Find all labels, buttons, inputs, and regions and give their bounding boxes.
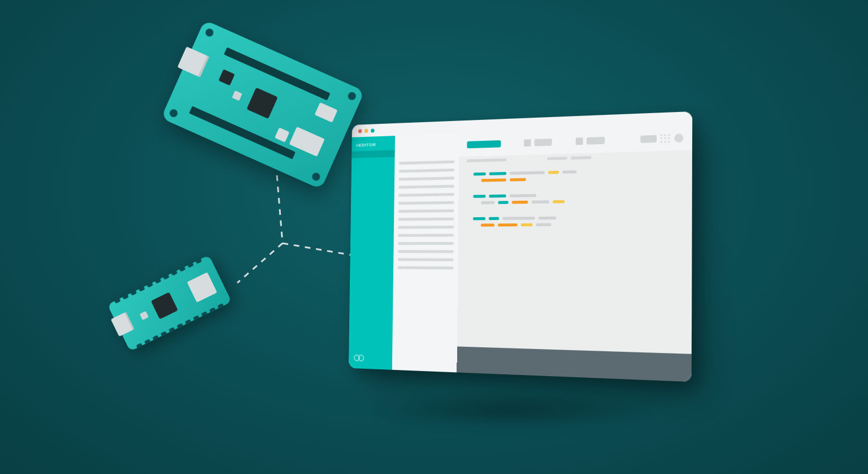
- component-icon: [315, 102, 338, 123]
- component-icon: [140, 311, 149, 320]
- file-list-item[interactable]: [398, 250, 453, 253]
- grid-menu-icon[interactable]: [661, 134, 671, 143]
- component-icon: [275, 127, 289, 142]
- usb-port-icon: [111, 312, 134, 337]
- editor-window-perspective: >EDITOR: [350, 124, 684, 368]
- close-icon[interactable]: [358, 129, 362, 133]
- code-block: [473, 216, 675, 227]
- sidebar-label: >EDITOR: [351, 136, 395, 152]
- avatar-icon[interactable]: [674, 133, 683, 143]
- file-list-item[interactable]: [399, 193, 454, 197]
- component-icon: [187, 272, 217, 302]
- file-list-item[interactable]: [399, 169, 454, 173]
- file-list-item[interactable]: [398, 234, 454, 236]
- file-list-item[interactable]: [398, 242, 453, 245]
- file-list-item[interactable]: [398, 217, 454, 221]
- minimize-icon[interactable]: [364, 128, 368, 132]
- code-block: [474, 168, 676, 182]
- code-lines[interactable]: [457, 159, 692, 354]
- tab[interactable]: [467, 158, 506, 162]
- editor-window: >EDITOR: [349, 111, 692, 382]
- code-block: [473, 192, 675, 204]
- toolbar-select[interactable]: [587, 137, 605, 145]
- editor-sidebar: >EDITOR: [349, 136, 395, 370]
- toolbar-item[interactable]: [640, 135, 657, 143]
- tab-action[interactable]: [547, 156, 567, 160]
- mcu-chip-icon: [151, 292, 178, 319]
- file-list-item[interactable]: [398, 226, 454, 229]
- toolbar-select[interactable]: [535, 139, 552, 146]
- usb-port-icon: [177, 46, 209, 77]
- arduino-logo-icon: [354, 355, 364, 363]
- toolbar-action-icon[interactable]: [576, 137, 583, 145]
- file-list-item[interactable]: [398, 201, 454, 205]
- file-list-panel: [392, 133, 459, 372]
- maximize-icon[interactable]: [371, 128, 375, 132]
- file-list-item[interactable]: [398, 266, 453, 270]
- arduino-mkr-board: [161, 20, 364, 189]
- sidebar-active-item[interactable]: [351, 150, 395, 158]
- mcu-chip-icon: [246, 88, 277, 119]
- code-editor-area: [457, 125, 692, 382]
- file-list-item[interactable]: [399, 185, 454, 189]
- file-list-item[interactable]: [399, 176, 454, 180]
- toolbar-action-icon[interactable]: [524, 139, 531, 146]
- arduino-nano-board: [107, 255, 232, 351]
- file-list-item[interactable]: [398, 209, 454, 213]
- editor-shadow: [362, 390, 656, 430]
- chip-icon: [219, 69, 235, 85]
- toolbar-verify-button[interactable]: [467, 140, 501, 148]
- file-list-item[interactable]: [398, 258, 453, 261]
- component-icon: [232, 91, 242, 101]
- tab-action[interactable]: [571, 156, 591, 159]
- file-list-item[interactable]: [399, 161, 454, 165]
